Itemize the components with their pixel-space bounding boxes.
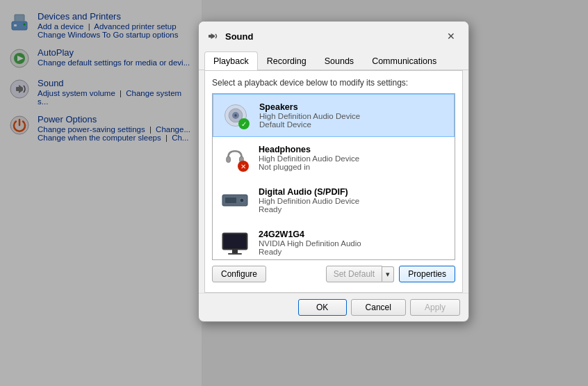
digital-audio-status: Ready [259,205,359,214]
headphones-name: Headphones [259,145,359,154]
24g2w1g4-info: 24G2W1G4 NVIDIA High Definition Audio Re… [259,230,361,256]
device-item-headphones[interactable]: ✕ Headphones High Definition Audio Devic… [213,137,455,179]
24g2w1g4-status: Ready [259,248,361,256]
speakers-icon: ✓ [220,100,251,131]
dialog-footer-bar: Configure Set Default ▾ Properties [212,266,455,285]
device-item-speakers[interactable]: ✓ Speakers High Definition Audio Device … [213,94,455,137]
properties-button[interactable]: Properties [399,266,455,282]
svg-rect-11 [209,35,211,38]
digital-audio-name: Digital Audio (S/PDIF) [259,187,359,197]
sound-dialog-icon [207,30,220,42]
headphones-status: Not plugged in [259,163,359,171]
svg-rect-20 [225,198,236,203]
svg-rect-17 [227,156,231,162]
footer-left: Configure [212,266,266,282]
svg-point-16 [234,114,236,116]
speakers-name: Speakers [259,102,360,112]
footer-right: Set Default ▾ Properties [326,266,455,282]
speakers-check-badge: ✓ [238,118,250,129]
speakers-status: Default Device [259,120,360,129]
dialog-titlebar: Sound ✕ [199,22,468,51]
tab-recording[interactable]: Recording [258,51,316,70]
headphones-info: Headphones High Definition Audio Device … [259,145,359,171]
digital-audio-sub: High Definition Audio Device [259,197,359,205]
configure-button[interactable]: Configure [212,266,266,282]
digital-audio-icon [220,185,250,216]
speakers-sub: High Definition Audio Device [259,112,360,120]
dialog-body: Select a playback device below to modify… [204,70,463,293]
24g2w1g4-sub: NVIDIA High Definition Audio [259,239,361,248]
headphones-sub: High Definition Audio Device [259,154,359,163]
playback-instructions: Select a playback device below to modify… [212,78,455,88]
sound-dialog: Sound ✕ Playback Recording Sounds Commun… [198,21,469,322]
tab-communications[interactable]: Communications [363,51,446,70]
device-item-24g2w1g4[interactable]: 24G2W1G4 NVIDIA High Definition Audio Re… [213,222,455,260]
headphones-x-badge: ✕ [238,161,249,172]
svg-rect-25 [228,253,242,255]
tab-playback[interactable]: Playback [204,51,258,70]
dialog-close-button[interactable]: ✕ [442,27,460,45]
headphones-icon: ✕ [220,143,250,173]
set-default-button[interactable]: Set Default [326,266,382,282]
svg-marker-12 [211,33,215,39]
svg-point-21 [240,198,244,202]
ok-button[interactable]: OK [298,299,347,316]
dialog-tabs: Playback Recording Sounds Communications [199,51,468,70]
digital-audio-info: Digital Audio (S/PDIF) High Definition A… [259,187,359,214]
24g2w1g4-icon [220,227,250,258]
dialog-title: Sound [225,31,442,42]
set-default-dropdown[interactable]: ▾ [382,266,394,282]
apply-button[interactable]: Apply [410,299,460,316]
device-item-digital-audio[interactable]: Digital Audio (S/PDIF) High Definition A… [213,179,455,222]
svg-rect-24 [232,250,238,253]
dialog-bottom-bar: OK Cancel Apply [199,293,468,321]
svg-rect-23 [224,234,246,248]
cancel-button[interactable]: Cancel [351,299,406,316]
tab-sounds[interactable]: Sounds [316,51,363,70]
24g2w1g4-name: 24G2W1G4 [259,230,361,239]
device-list[interactable]: ✓ Speakers High Definition Audio Device … [212,93,455,260]
set-default-group: Set Default ▾ [326,266,394,282]
speakers-info: Speakers High Definition Audio Device De… [259,102,360,129]
